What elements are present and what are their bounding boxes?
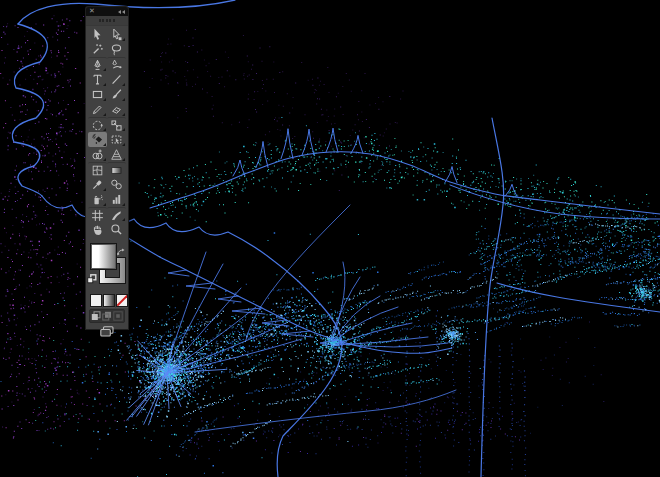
eraser-icon	[110, 103, 123, 116]
magic-wand-tool[interactable]	[88, 42, 107, 57]
fill-stroke-area	[86, 240, 128, 294]
live-paint-selection-icon	[110, 133, 123, 146]
zoom-tool[interactable]	[107, 222, 126, 237]
pen-icon	[91, 59, 104, 72]
lasso-tool[interactable]	[107, 42, 126, 57]
draw-behind-button[interactable]	[102, 311, 112, 321]
column-graph-tool[interactable]	[107, 192, 126, 207]
eyedropper-tool[interactable]	[88, 177, 107, 192]
paint-style-buttons	[86, 294, 128, 307]
shape-builder-tool[interactable]	[88, 147, 107, 162]
collapse-double-chevron-icon[interactable]	[118, 10, 125, 14]
shape-builder-icon	[91, 148, 104, 161]
live-paint-selection-tool[interactable]	[107, 132, 126, 147]
perspective-grid-tool[interactable]	[107, 147, 126, 162]
gradient-tool[interactable]	[107, 162, 126, 177]
tool-grid	[86, 26, 128, 237]
pencil-tool[interactable]	[88, 102, 107, 117]
scale-icon	[110, 119, 123, 132]
rectangle-icon	[91, 88, 104, 101]
default-fill-stroke-icon[interactable]	[87, 269, 97, 288]
grip-dots	[99, 19, 115, 22]
curvature-icon	[110, 59, 123, 72]
rotate-tool[interactable]	[88, 117, 107, 132]
hand-tool[interactable]	[88, 222, 107, 237]
blend-tool[interactable]	[107, 177, 126, 192]
live-paint-bucket-tool[interactable]	[88, 132, 107, 147]
rectangle-tool[interactable]	[88, 87, 107, 102]
screen-mode-icon	[100, 326, 114, 337]
change-screen-mode-button[interactable]	[86, 323, 128, 339]
draw-inside-button[interactable]	[113, 311, 123, 321]
pencil-icon	[91, 103, 104, 116]
eraser-tool[interactable]	[107, 102, 126, 117]
scale-tool[interactable]	[107, 117, 126, 132]
draw-normal-button[interactable]	[91, 311, 101, 321]
application-canvas: ✕	[0, 0, 660, 477]
selection-tool[interactable]	[88, 27, 107, 42]
line-segment-tool[interactable]	[107, 72, 126, 87]
tools-panel[interactable]: ✕	[86, 7, 128, 329]
hand-icon	[91, 223, 104, 236]
direct-selection-tool[interactable]	[107, 27, 126, 42]
drawing-modes-group	[89, 309, 125, 323]
gradient-button[interactable]	[103, 294, 115, 307]
tools-panel-titlebar[interactable]: ✕	[86, 7, 128, 16]
panel-drag-grip[interactable]	[86, 16, 128, 26]
blend-icon	[110, 178, 123, 191]
rotate-icon	[91, 119, 104, 132]
perspective-grid-icon	[110, 148, 123, 161]
magic-wand-icon	[91, 43, 104, 56]
mesh-tool[interactable]	[88, 162, 107, 177]
type-tool[interactable]	[88, 72, 107, 87]
slice-tool[interactable]	[107, 207, 126, 222]
direct-selection-icon	[110, 28, 123, 41]
artboard-icon	[91, 209, 104, 222]
slice-icon	[110, 209, 123, 222]
none-button[interactable]	[116, 294, 128, 307]
symbol-sprayer-tool[interactable]	[88, 192, 107, 207]
paintbrush-tool[interactable]	[107, 87, 126, 102]
type-icon	[91, 73, 104, 86]
swap-fill-stroke-icon[interactable]	[117, 242, 126, 261]
pen-tool[interactable]	[88, 57, 107, 72]
live-paint-bucket-icon	[91, 133, 104, 146]
close-icon[interactable]: ✕	[89, 7, 95, 16]
column-graph-icon	[110, 193, 123, 206]
fill-swatch[interactable]	[90, 243, 117, 270]
gradient-icon	[110, 164, 123, 177]
paintbrush-icon	[110, 88, 123, 101]
eyedropper-icon	[91, 178, 104, 191]
mesh-icon	[91, 164, 104, 177]
curvature-tool[interactable]	[107, 57, 126, 72]
artboard-tool[interactable]	[88, 207, 107, 222]
line-segment-icon	[110, 73, 123, 86]
zoom-icon	[110, 223, 123, 236]
color-button[interactable]	[90, 294, 102, 307]
selection-icon	[91, 28, 104, 41]
lasso-icon	[110, 43, 123, 56]
symbol-sprayer-icon	[91, 193, 104, 206]
